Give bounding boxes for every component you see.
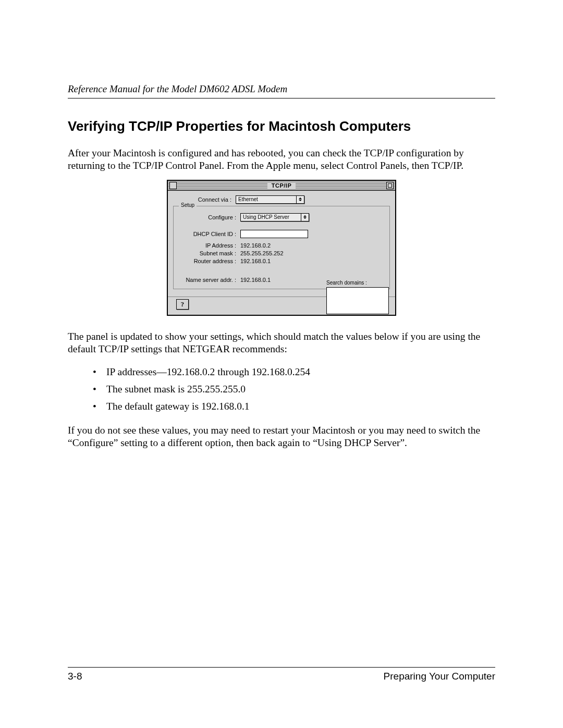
connect-via-select[interactable]: Ethernet (236, 195, 304, 204)
ip-address-label: IP Address : (178, 242, 240, 249)
setup-legend: Setup (179, 202, 197, 208)
router-address-value: 192.168.0.1 (240, 258, 271, 264)
help-icon: ? (181, 300, 185, 309)
tcpip-window: TCP/IP Connect via : Ethernet Setup (167, 180, 396, 316)
search-domains-label: Search domains : (326, 280, 389, 286)
dhcp-client-id-label: DHCP Client ID : (178, 231, 240, 237)
configure-row: Configure : Using DHCP Server (178, 213, 385, 221)
recommended-values-list: IP addresses—192.168.0.2 through 192.168… (93, 363, 495, 415)
configure-select[interactable]: Using DHCP Server (240, 213, 309, 221)
window-title: TCP/IP (267, 182, 296, 189)
dhcp-client-id-row: DHCP Client ID : (178, 230, 385, 238)
tcpip-panel-figure: TCP/IP Connect via : Ethernet Setup (68, 180, 495, 316)
window-body: Connect via : Ethernet Setup Configure :… (168, 191, 395, 315)
list-item: IP addresses—192.168.0.2 through 192.168… (93, 363, 495, 380)
closing-paragraph: If you do not see these values, you may … (68, 424, 495, 450)
after-figure-paragraph: The panel is updated to show your settin… (68, 330, 495, 356)
dropdown-arrows-icon (301, 214, 309, 221)
page-number: 3-8 (68, 671, 82, 682)
search-domains-block: Search domains : (326, 280, 389, 314)
name-server-value: 192.168.0.1 (240, 277, 271, 283)
chapter-title: Preparing Your Computer (384, 671, 495, 682)
connect-via-value: Ethernet (238, 196, 258, 202)
connect-via-row: Connect via : Ethernet (173, 195, 390, 204)
document-page: Reference Manual for the Model DM602 ADS… (0, 0, 563, 728)
window-titlebar: TCP/IP (168, 181, 395, 191)
close-box-icon[interactable] (169, 182, 177, 189)
zoom-box-icon[interactable] (386, 182, 394, 189)
intro-paragraph: After your Macintosh is configured and h… (68, 147, 495, 172)
ip-address-row: IP Address : 192.168.0.2 (178, 242, 385, 249)
running-header: Reference Manual for the Model DM602 ADS… (68, 83, 495, 98)
help-button[interactable]: ? (176, 299, 189, 310)
configure-label: Configure : (178, 214, 240, 220)
page-footer: 3-8 Preparing Your Computer (68, 667, 495, 682)
list-item: The subnet mask is 255.255.255.0 (93, 380, 495, 398)
list-item: The default gateway is 192.168.0.1 (93, 398, 495, 415)
search-domains-input[interactable] (326, 287, 389, 314)
section-heading: Verifying TCP/IP Properties for Macintos… (68, 118, 495, 134)
subnet-mask-label: Subnet mask : (178, 250, 240, 256)
name-server-label: Name server addr. : (178, 277, 240, 283)
dropdown-arrows-icon (296, 196, 304, 203)
configure-value: Using DHCP Server (243, 214, 289, 220)
dhcp-client-id-input[interactable] (240, 230, 308, 238)
subnet-mask-value: 255.255.255.252 (240, 250, 284, 256)
ip-address-value: 192.168.0.2 (240, 242, 271, 249)
subnet-mask-row: Subnet mask : 255.255.255.252 (178, 250, 385, 256)
setup-group: Setup Configure : Using DHCP Server DHCP… (173, 206, 390, 289)
router-address-label: Router address : (178, 258, 240, 264)
router-address-row: Router address : 192.168.0.1 (178, 258, 385, 264)
